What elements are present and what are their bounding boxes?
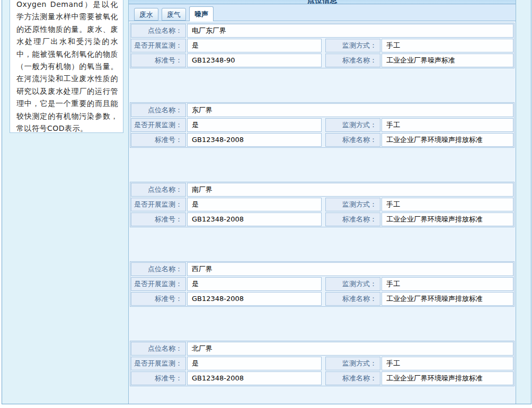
standard-name-label: 标准名称： (325, 54, 380, 67)
table-row: 点位名称： 东厂界 (131, 103, 513, 117)
monitoring-enabled-label: 是否开展监测： (131, 118, 186, 132)
standard-no-value: GB12348-2008 (187, 371, 322, 385)
table-row: 标准号： GB12348-2008 标准名称： 工业企业厂界环境噪声排放标准 (131, 212, 513, 226)
standard-name-value: 工业企业厂界环境噪声排放标准 (382, 212, 513, 226)
monitoring-enabled-label: 是否开展监测： (131, 277, 186, 291)
monitoring-method-value: 手工 (382, 39, 513, 52)
table-row: 标准号： GB12348-90 标准名称： 工业企业厂界噪声标准 (131, 54, 513, 67)
table-row: 点位名称： 北厂界 (131, 342, 513, 356)
point-table: 点位名称： 北厂界 是否开展监测： 是 监测方式： 手工 标准号： GB1234… (130, 341, 515, 386)
point-name-value: 南厂界 (187, 183, 513, 197)
table-row: 是否开展监测： 是 监测方式： 手工 (131, 277, 513, 291)
standard-name-label: 标准名称： (325, 292, 380, 306)
table-row: 是否开展监测： 是 监测方式： 手工 (131, 357, 513, 370)
monitoring-enabled-label: 是否开展监测： (131, 198, 186, 211)
table-row: 点位名称： 电厂东厂界 (131, 24, 513, 38)
point-name-label: 点位名称： (131, 262, 186, 276)
monitoring-method-label: 监测方式： (325, 198, 380, 211)
point-name-value: 西厂界 (187, 262, 513, 276)
standard-name-label: 标准名称： (325, 212, 380, 226)
standard-name-label: 标准名称： (325, 371, 380, 385)
point-info-panel: 点位信息 废水 废气 噪声 点位名称： 电厂东厂界 是否开展监测： 是 监测方式… (128, 0, 516, 404)
table-row: 标准号： GB12348-2008 标准名称： 工业企业厂界环境噪声排放标准 (131, 292, 513, 306)
point-table: 点位名称： 东厂界 是否开展监测： 是 监测方式： 手工 标准号： GB1234… (130, 102, 515, 148)
point-name-label: 点位名称： (131, 24, 186, 38)
point-table: 点位名称： 南厂界 是否开展监测： 是 监测方式： 手工 标准号： GB1234… (130, 182, 515, 227)
standard-no-label: 标准号： (131, 212, 186, 226)
cod-description-text: Oxygen Demand）是以化学方法测量水样中需要被氧化的还原性物质的量。废… (10, 0, 123, 135)
monitoring-method-value: 手工 (382, 118, 513, 132)
point-name-value: 东厂界 (187, 103, 513, 117)
monitoring-enabled-value: 是 (187, 198, 322, 211)
panel-header-bar: 点位信息 (129, 0, 516, 4)
sidebar-info-box: Oxygen Demand）是以化学方法测量水样中需要被氧化的还原性物质的量。废… (10, 0, 123, 133)
standard-no-value: GB12348-2008 (187, 133, 322, 147)
monitoring-method-value: 手工 (382, 357, 513, 370)
standard-no-label: 标准号： (131, 133, 186, 147)
standard-name-label: 标准名称： (325, 133, 380, 147)
monitoring-method-label: 监测方式： (325, 39, 380, 52)
table-row: 标准号： GB12348-2008 标准名称： 工业企业厂界环境噪声排放标准 (131, 133, 513, 147)
table-row: 点位名称： 西厂界 (131, 262, 513, 276)
tab-noise[interactable]: 噪声 (189, 6, 214, 21)
monitoring-enabled-label: 是否开展监测： (131, 39, 186, 52)
point-table: 点位名称： 电厂东厂界 是否开展监测： 是 监测方式： 手工 标准号： GB12… (130, 23, 515, 68)
standard-no-value: GB12348-2008 (187, 212, 322, 226)
monitoring-method-label: 监测方式： (325, 118, 380, 132)
monitoring-method-value: 手工 (382, 198, 513, 211)
standard-no-value: GB12348-90 (187, 54, 322, 67)
standard-no-label: 标准号： (131, 371, 186, 385)
tab-wastewater[interactable]: 废水 (134, 8, 158, 21)
point-table: 点位名称： 西厂界 是否开展监测： 是 监测方式： 手工 标准号： GB1234… (130, 261, 515, 307)
point-name-label: 点位名称： (131, 342, 186, 356)
tab-waste-gas[interactable]: 废气 (162, 8, 186, 21)
table-row: 是否开展监测： 是 监测方式： 手工 (131, 118, 513, 132)
monitoring-enabled-value: 是 (187, 357, 322, 370)
standard-name-value: 工业企业厂界环境噪声排放标准 (382, 371, 513, 385)
monitoring-enabled-value: 是 (187, 277, 322, 291)
table-row: 标准号： GB12348-2008 标准名称： 工业企业厂界环境噪声排放标准 (131, 371, 513, 385)
tab-strip: 废水 废气 噪声 (129, 4, 516, 21)
table-row: 是否开展监测： 是 监测方式： 手工 (131, 198, 513, 211)
point-name-value: 北厂界 (187, 342, 513, 356)
standard-name-value: 工业企业厂界环境噪声排放标准 (382, 292, 513, 306)
standard-name-value: 工业企业厂界噪声标准 (382, 54, 513, 67)
monitoring-enabled-label: 是否开展监测： (131, 357, 186, 370)
monitoring-method-label: 监测方式： (325, 357, 380, 370)
monitoring-enabled-value: 是 (187, 39, 322, 52)
page-title: 点位信息 (307, 0, 337, 4)
monitoring-method-label: 监测方式： (325, 277, 380, 291)
standard-no-label: 标准号： (131, 54, 186, 67)
point-name-label: 点位名称： (131, 103, 186, 117)
monitoring-method-value: 手工 (382, 277, 513, 291)
tables-area: 点位名称： 电厂东厂界 是否开展监测： 是 监测方式： 手工 标准号： GB12… (130, 23, 515, 408)
standard-name-value: 工业企业厂界环境噪声排放标准 (382, 133, 513, 147)
table-row: 是否开展监测： 是 监测方式： 手工 (131, 39, 513, 52)
standard-no-label: 标准号： (131, 292, 186, 306)
point-name-value: 电厂东厂界 (187, 24, 513, 38)
point-name-label: 点位名称： (131, 183, 186, 197)
standard-no-value: GB12348-2008 (187, 292, 322, 306)
monitoring-enabled-value: 是 (187, 118, 322, 132)
table-row: 点位名称： 南厂界 (131, 183, 513, 197)
